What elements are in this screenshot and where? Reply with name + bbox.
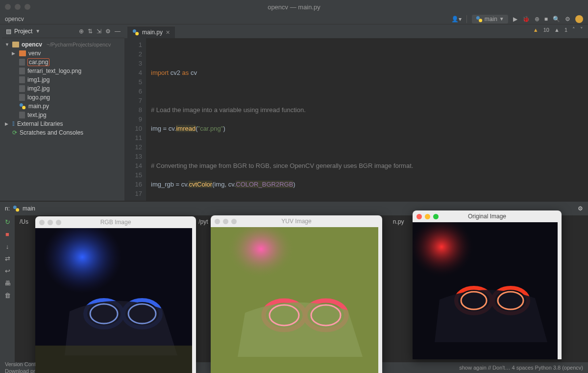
run-config-name: main <box>23 205 35 212</box>
image-content <box>413 222 562 359</box>
svg-point-7 <box>16 208 19 211</box>
image-content <box>211 227 382 373</box>
scratches[interactable]: ⟳Scratches and Consoles <box>2 128 124 137</box>
project-tree[interactable]: ▼ opencv ~/PycharmProjects/opencv ▶ venv… <box>2 38 124 139</box>
max-dot[interactable] <box>24 4 30 10</box>
project-view-icon[interactable]: ▤ <box>6 28 11 35</box>
file-icon <box>19 59 25 66</box>
tree-item[interactable]: text.jpg <box>2 111 124 119</box>
settings-icon[interactable]: ⚙ <box>565 16 570 23</box>
python-icon <box>476 16 483 23</box>
file-icon <box>19 85 25 92</box>
close-icon[interactable]: ✕ <box>166 29 170 36</box>
tree-item[interactable]: img1.jpg <box>2 75 124 84</box>
svg-point-3 <box>22 106 25 109</box>
coverage-icon[interactable]: ⊕ <box>535 16 539 23</box>
layout-icon[interactable]: ⇄ <box>5 255 10 262</box>
chevron-down-icon[interactable]: ˅ <box>580 26 583 33</box>
file-icon <box>19 112 25 118</box>
svg-rect-14 <box>35 346 192 373</box>
python-icon <box>13 205 20 212</box>
tree-item[interactable]: ferrari_text_logo.png <box>2 67 124 75</box>
close-dot[interactable] <box>5 4 11 10</box>
file-icon <box>19 68 25 74</box>
chevron-down-icon[interactable]: ▼ <box>35 28 40 34</box>
tree-item-main[interactable]: main.py <box>2 102 124 111</box>
image-content <box>35 228 196 373</box>
window-yuv-image[interactable]: YUV Image <box>211 215 382 373</box>
window-title: opencv — main.py <box>268 3 320 11</box>
scratch-icon: ⟳ <box>12 129 17 136</box>
separator <box>466 15 467 23</box>
tree-item[interactable]: img2.jpg <box>2 84 124 93</box>
navigation-bar: opencv 👤▾ main ▼ ▶ 🐞 ⊕ ■ 🔍 ⚙ <box>0 14 588 24</box>
editor: main.py ✕ ▲10 ▲1 ˄˅ 12345678910111213141… <box>124 24 588 201</box>
avatar-icon[interactable] <box>575 15 583 23</box>
user-icon[interactable]: 👤▾ <box>451 16 462 23</box>
window-controls[interactable] <box>5 4 30 10</box>
gear-icon[interactable]: ⚙ <box>578 205 583 212</box>
window-original-image[interactable]: Original Image <box>413 210 562 359</box>
main-area: ▤ Project ▼ ⊕ ⇅ ⇲ ⚙ — ▼ opencv ~/Pycharm… <box>0 24 588 201</box>
select-opened-icon[interactable]: ⊕ <box>79 28 84 35</box>
gear-icon[interactable]: ⚙ <box>105 28 111 35</box>
library-icon: 𝕀 <box>12 120 15 127</box>
window-title-text: YUV Image <box>281 218 311 225</box>
file-icon <box>19 94 25 101</box>
run-label: n: <box>5 205 10 212</box>
python-icon <box>19 103 26 110</box>
window-rgb-image[interactable]: RGB Image <box>35 216 196 373</box>
titlebar: opencv — main.py <box>0 0 588 14</box>
code-area[interactable]: 123456789101112131415161718 import cv2 a… <box>124 38 588 201</box>
file-icon <box>19 76 25 83</box>
debug-icon[interactable]: 🐞 <box>522 16 530 23</box>
warning-icon: ▲ <box>533 27 539 33</box>
svg-point-4 <box>133 29 136 33</box>
run-config-selector[interactable]: main ▼ <box>472 15 508 23</box>
trash-icon[interactable]: 🗑 <box>4 292 11 299</box>
print-icon[interactable]: 🖶 <box>4 280 11 287</box>
status-right[interactable]: show again // Don't… 4 spaces Python 3.8… <box>459 365 583 371</box>
tree-root[interactable]: ▼ opencv ~/PycharmProjects/opencv <box>2 40 124 49</box>
chevron-up-icon[interactable]: ˄ <box>572 26 575 33</box>
search-icon[interactable]: 🔍 <box>553 16 560 23</box>
window-title-text: Original Image <box>468 213 506 220</box>
tree-item[interactable]: logo.png <box>2 93 124 102</box>
svg-point-1 <box>479 19 482 22</box>
folder-icon <box>19 50 26 56</box>
svg-point-2 <box>20 103 23 107</box>
collapse-icon[interactable]: ⇲ <box>97 28 101 35</box>
project-panel: ▤ Project ▼ ⊕ ⇅ ⇲ ⚙ — ▼ opencv ~/Pycharm… <box>2 24 124 201</box>
stop-icon[interactable]: ■ <box>544 16 548 23</box>
tree-item-car[interactable]: car.png <box>2 58 124 67</box>
gutter[interactable]: 123456789101112131415161718 <box>124 38 146 201</box>
run-icon[interactable]: ▶ <box>513 16 517 23</box>
window-titlebar[interactable]: RGB Image <box>35 216 196 228</box>
svg-point-6 <box>13 206 17 209</box>
svg-point-0 <box>476 16 480 19</box>
svg-point-5 <box>135 32 139 35</box>
tree-item-venv[interactable]: ▶ venv <box>2 49 124 58</box>
tab-main[interactable]: main.py ✕ <box>127 26 175 38</box>
wrap-icon[interactable]: ↩ <box>5 267 10 275</box>
external-libraries[interactable]: ▶𝕀External Libraries <box>2 119 124 128</box>
weak-warning-icon: ▲ <box>554 27 560 33</box>
breadcrumb-project[interactable]: opencv <box>5 16 24 23</box>
down-icon[interactable]: ↓ <box>6 243 9 250</box>
run-toolbar: ↻ ■ ↓ ⇄ ↩ 🖶 🗑 <box>0 215 15 362</box>
min-dot[interactable] <box>15 4 21 10</box>
code-text[interactable]: import cv2 as cv # Load the image into a… <box>146 38 588 201</box>
folder-icon <box>12 42 19 47</box>
inspections-widget[interactable]: ▲10 ▲1 ˄˅ <box>533 26 583 33</box>
hide-icon[interactable]: — <box>115 28 121 35</box>
python-icon <box>132 29 139 36</box>
window-titlebar[interactable]: Original Image <box>413 210 562 222</box>
project-panel-header: ▤ Project ▼ ⊕ ⇅ ⇲ ⚙ — <box>2 24 124 38</box>
window-title-text: RGB Image <box>100 219 131 226</box>
window-titlebar[interactable]: YUV Image <box>211 215 382 227</box>
editor-tabs: main.py ✕ <box>124 24 588 38</box>
rerun-icon[interactable]: ↻ <box>5 218 10 226</box>
stop-icon[interactable]: ■ <box>5 231 9 238</box>
project-panel-title: Project <box>14 28 32 35</box>
expand-icon[interactable]: ⇅ <box>88 28 93 35</box>
